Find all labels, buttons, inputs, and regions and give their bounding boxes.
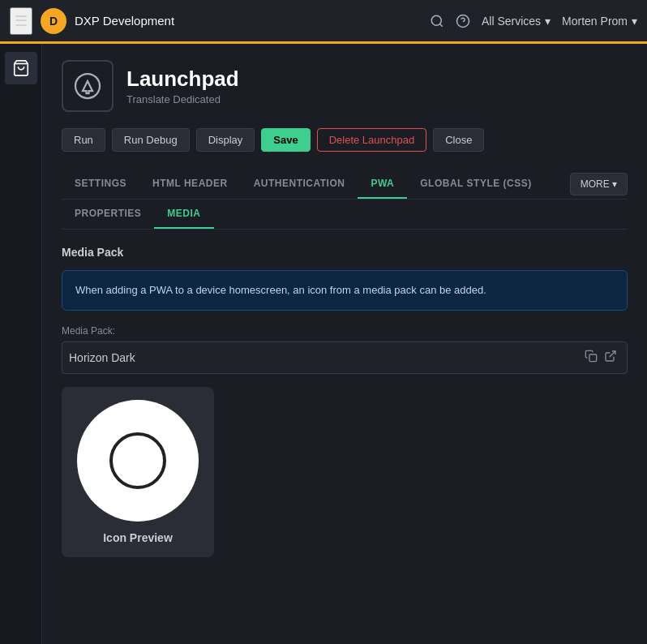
tab-settings[interactable]: SETTINGS bbox=[62, 170, 139, 199]
icon-preview-inner-circle bbox=[109, 432, 166, 489]
hamburger-button[interactable]: ☰ bbox=[10, 7, 32, 35]
field-label: Media Pack: bbox=[62, 325, 628, 337]
subtab-media[interactable]: MEDIA bbox=[154, 200, 213, 229]
tab-pwa[interactable]: PWA bbox=[358, 170, 407, 199]
top-nav: ☰ D DXP Development All Services ▾ Morte… bbox=[0, 0, 647, 44]
secondary-tabs: PROPERTIES MEDIA bbox=[62, 200, 628, 230]
delete-button[interactable]: Delete Launchpad bbox=[317, 128, 427, 152]
tab-html-header[interactable]: HTML HEADER bbox=[139, 170, 241, 199]
copy-button[interactable] bbox=[581, 350, 601, 366]
display-button[interactable]: Display bbox=[196, 128, 255, 152]
layout: Launchpad Translate Dedicated Run Run De… bbox=[0, 44, 647, 644]
nav-right: All Services ▾ Morten Prom ▾ bbox=[430, 14, 637, 28]
run-debug-button[interactable]: Run Debug bbox=[112, 128, 190, 152]
svg-rect-5 bbox=[589, 354, 597, 362]
primary-tabs: SETTINGS HTML HEADER AUTHENTICATION PWA … bbox=[62, 170, 628, 200]
save-button[interactable]: Save bbox=[261, 128, 310, 152]
section-title: Media Pack bbox=[62, 246, 628, 259]
app-icon-box bbox=[62, 60, 114, 112]
main-content: Launchpad Translate Dedicated Run Run De… bbox=[42, 44, 647, 644]
brand-icon: D bbox=[41, 8, 66, 34]
external-link-icon bbox=[604, 350, 617, 363]
sidebar-item-store[interactable] bbox=[5, 52, 37, 84]
all-services-button[interactable]: All Services ▾ bbox=[482, 15, 551, 28]
media-pack-field: Horizon Dark bbox=[62, 341, 628, 374]
icon-preview-label: Icon Preview bbox=[103, 531, 173, 544]
tab-authentication[interactable]: AUTHENTICATION bbox=[241, 170, 358, 199]
subtab-properties[interactable]: PROPERTIES bbox=[62, 200, 154, 229]
app-subtitle: Translate Dedicated bbox=[126, 93, 239, 105]
sidebar bbox=[0, 44, 42, 644]
icon-preview-container: Icon Preview bbox=[62, 387, 214, 557]
user-label: Morten Prom bbox=[562, 15, 628, 28]
help-button[interactable] bbox=[456, 14, 470, 28]
tab-global-style[interactable]: GLOBAL STYLE (CSS) bbox=[407, 170, 544, 199]
icon-preview-outer-circle bbox=[77, 400, 199, 522]
svg-line-6 bbox=[610, 351, 615, 357]
app-title: Launchpad bbox=[126, 67, 239, 92]
info-box: When adding a PWA to a device homescreen… bbox=[62, 270, 628, 311]
services-chevron-icon: ▾ bbox=[545, 15, 551, 28]
search-button[interactable] bbox=[430, 14, 444, 28]
user-menu-button[interactable]: Morten Prom ▾ bbox=[562, 15, 637, 28]
svg-line-1 bbox=[439, 24, 442, 26]
external-link-button[interactable] bbox=[601, 350, 620, 366]
launchpad-icon bbox=[73, 71, 102, 101]
close-button[interactable]: Close bbox=[433, 128, 484, 152]
store-icon bbox=[12, 59, 30, 77]
help-icon bbox=[456, 14, 470, 28]
search-icon bbox=[430, 14, 444, 28]
more-tabs-button[interactable]: MORE ▾ bbox=[570, 173, 628, 195]
user-chevron-icon: ▾ bbox=[632, 15, 637, 28]
media-pack-section: Media Pack When adding a PWA to a device… bbox=[62, 246, 628, 557]
services-label: All Services bbox=[482, 15, 541, 28]
app-title-block: Launchpad Translate Dedicated bbox=[126, 67, 239, 105]
run-button[interactable]: Run bbox=[62, 128, 105, 152]
media-pack-value: Horizon Dark bbox=[69, 351, 581, 364]
copy-icon bbox=[585, 350, 598, 363]
brand-name: DXP Development bbox=[75, 14, 422, 28]
svg-point-0 bbox=[431, 15, 441, 25]
action-bar: Run Run Debug Display Save Delete Launch… bbox=[62, 128, 628, 152]
app-header: Launchpad Translate Dedicated bbox=[62, 60, 628, 112]
